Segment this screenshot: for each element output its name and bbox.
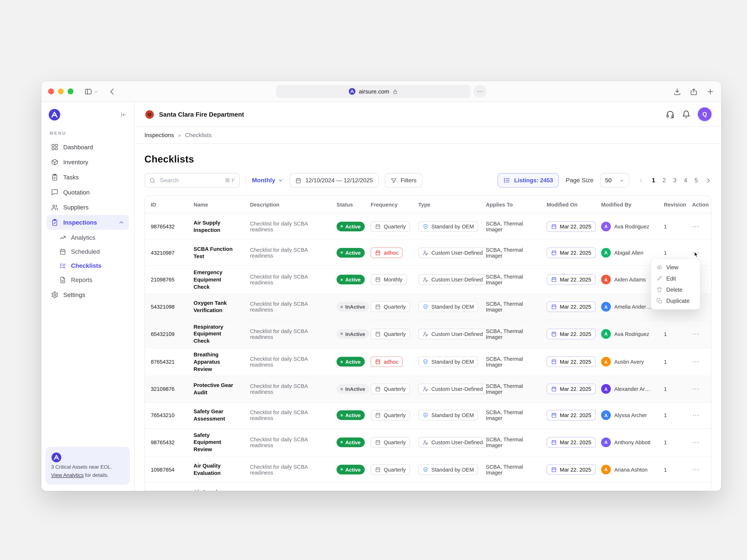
sidebar-item-tasks[interactable]: Tasks — [47, 170, 129, 185]
page-number-3[interactable]: 3 — [673, 177, 677, 184]
sidebar-item-quotation[interactable]: Quotation — [47, 185, 129, 200]
search-box[interactable]: ⌘ F — [145, 173, 240, 188]
row-actions-button[interactable]: ⋯ — [686, 354, 711, 369]
org-switcher[interactable]: Santa Clara Fire Department — [145, 109, 244, 119]
sidebar-item-label: Dashboard — [63, 144, 93, 151]
close-window-button[interactable] — [48, 88, 54, 94]
date-range-picker[interactable]: 12/10/2024 — 12/12/2025 — [289, 173, 379, 188]
cell-status: Active — [331, 434, 365, 450]
sidebar-item-inspections[interactable]: Inspections — [47, 215, 129, 230]
page-options-button[interactable]: ⋯ — [473, 85, 487, 98]
cell-id: 76543210 — [145, 409, 188, 421]
sidebar-item-suppliers[interactable]: Suppliers — [47, 200, 129, 215]
oem-badge-icon — [422, 304, 429, 310]
browser-sidebar-icon[interactable] — [84, 87, 92, 96]
cell-modified-on: Mar 22. 2025 — [541, 244, 595, 261]
row-actions-button[interactable]: ⋯ — [686, 462, 711, 477]
sidebar-item-settings[interactable]: Settings — [47, 287, 129, 302]
page-size-select[interactable]: 50 — [600, 173, 629, 188]
users-icon — [51, 204, 58, 211]
chevron-down-icon[interactable] — [93, 89, 99, 94]
frequency-badge: Quarterly — [370, 437, 410, 448]
page-number-4[interactable]: 4 — [684, 177, 687, 184]
page-number-5[interactable]: 5 — [694, 177, 698, 184]
alert-text: 3 Critical Assets near EOL. — [51, 463, 125, 471]
listings-count-button[interactable]: Listings: 2453 — [498, 173, 559, 188]
cell-frequency: adhoc — [365, 244, 412, 261]
cell-id: 90876543 — [145, 490, 188, 490]
page-number-1[interactable]: 1 — [652, 177, 655, 184]
back-button[interactable] — [107, 87, 117, 96]
table-row[interactable]: 76543210Safety Gear AssessmentChecklist … — [145, 402, 711, 429]
row-actions-button[interactable]: ⋯ — [686, 435, 711, 450]
downloads-icon[interactable] — [673, 87, 681, 96]
clipboard-icon — [51, 174, 58, 181]
table-row[interactable]: 10987654Air Quality EvaluationChecklist … — [145, 456, 711, 483]
cell-status: Active — [331, 245, 365, 260]
modified-by-name: Austin Avery — [614, 359, 644, 365]
search-input[interactable] — [159, 177, 222, 184]
row-actions-button[interactable]: ⋯ — [686, 326, 711, 341]
period-dropdown[interactable]: Monthly — [252, 177, 283, 184]
cell-modified-by: AAva Rodriguez — [595, 219, 658, 234]
cell-status: Active — [331, 219, 365, 234]
collapse-sidebar-button[interactable] — [120, 111, 127, 119]
modified-by-name: Ava Rodriguez — [614, 331, 649, 337]
sidebar-item-scheduled[interactable]: Scheduled — [55, 244, 129, 259]
row-actions-button[interactable]: ⋯ — [686, 245, 711, 260]
breadcrumb-inspections[interactable]: Inspections — [145, 132, 174, 138]
sidebar-item-inventory[interactable]: Inventory — [47, 155, 129, 170]
filters-button[interactable]: Filters — [385, 173, 422, 188]
file-text-icon — [59, 276, 66, 283]
cell-type: Custom User-Defined — [412, 271, 480, 288]
copy-icon — [656, 298, 662, 303]
cell-frequency: Quarterly — [365, 326, 412, 342]
menu-item-duplicate[interactable]: Duplicate — [651, 295, 700, 306]
menu-item-edit[interactable]: Edit — [651, 273, 700, 284]
table-row[interactable]: 43210987SCBA Function TestChecklist for … — [145, 240, 711, 266]
prev-page-button[interactable] — [638, 177, 644, 184]
zoom-window-button[interactable] — [68, 88, 74, 94]
row-actions-button[interactable]: ⋯ — [686, 408, 711, 423]
cell-frequency: Quarterly — [365, 461, 412, 478]
type-badge: Custom User-Defined — [418, 247, 487, 258]
user-avatar[interactable]: Q — [698, 107, 712, 121]
table-header-row: IDNameDescriptionStatusFrequencyTypeAppl… — [145, 196, 711, 213]
sidebar-item-dashboard[interactable]: Dashboard — [47, 139, 129, 155]
url-text: airsure.com — [359, 88, 389, 95]
share-icon[interactable] — [690, 87, 698, 96]
table-row[interactable]: 87654321Breathing Apparatus ReviewCheckl… — [145, 348, 711, 376]
support-headset-icon[interactable] — [666, 110, 675, 119]
table-row[interactable]: 21098765Emergency Equipment CheckCheckli… — [145, 266, 711, 294]
row-actions-button[interactable]: ⋯ — [686, 488, 711, 490]
checklists-table: IDNameDescriptionStatusFrequencyTypeAppl… — [145, 195, 712, 491]
table-row[interactable]: 98765432Air Supply InspectionChecklist f… — [145, 213, 711, 240]
view-analytics-link[interactable]: View Analytics — [51, 472, 84, 478]
page-number-2[interactable]: 2 — [663, 177, 666, 184]
table-row[interactable]: 54321098Oxygen Tank VerificationChecklis… — [145, 294, 711, 320]
menu-item-view[interactable]: View — [651, 262, 700, 273]
avatar: A — [601, 248, 611, 258]
row-actions-button[interactable]: ⋯ — [686, 382, 711, 396]
cell-description: Checklist for daily SCBA readiness — [244, 461, 331, 478]
cell-modified-on: Mar 22. 2025 — [541, 407, 595, 424]
address-bar[interactable]: airsure.com — [276, 85, 470, 98]
notifications-bell-icon[interactable] — [682, 110, 691, 119]
new-tab-icon[interactable] — [706, 87, 714, 96]
menu-item-delete[interactable]: Delete — [651, 284, 700, 295]
table-row[interactable]: 98765432Safety Equipment ReviewChecklist… — [145, 429, 711, 456]
calendar-icon — [375, 249, 381, 256]
sidebar-item-checklists[interactable]: Checklists — [55, 259, 129, 273]
cell-description: Checklist for daily SCBA readiness — [244, 406, 331, 424]
sidebar-item-reports[interactable]: Reports — [55, 273, 129, 287]
minimize-window-button[interactable] — [58, 88, 63, 94]
menu-item-label: Edit — [666, 275, 676, 281]
row-actions-button[interactable]: ⋯ — [686, 219, 711, 234]
table-row[interactable]: 90876543Air Supply InspectionChecklist f… — [145, 483, 711, 490]
menu-item-label: View — [666, 264, 678, 270]
table-row[interactable]: 65432109Respiratory Equipment CheckCheck… — [145, 320, 711, 348]
table-row[interactable]: 32109876Protective Gear AuditChecklist f… — [145, 376, 711, 402]
next-page-button[interactable] — [705, 177, 712, 184]
menu-section-label: MENU — [50, 131, 126, 136]
sidebar-item-analytics[interactable]: Analytics — [55, 231, 129, 244]
